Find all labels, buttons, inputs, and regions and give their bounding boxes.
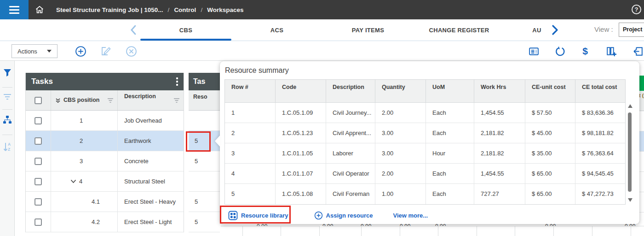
undo-arrow-icon: [554, 46, 566, 57]
col-code[interactable]: Code: [276, 80, 326, 102]
resource-row-3: 31.C.01.1.05 Laborer3.00 Hour2,181.82 $ …: [225, 143, 625, 164]
scroll-up-icon[interactable]: [628, 104, 632, 108]
active-tab-underline: [140, 39, 231, 41]
cbs-position-cell: 2: [51, 131, 118, 151]
collapse-all-icon[interactable]: [55, 97, 61, 104]
undo-button[interactable]: [554, 45, 566, 57]
tabs-scroll-right-icon[interactable]: [550, 24, 559, 35]
top-navbar: Steel Structure Training Job | 1050... /…: [0, 0, 644, 19]
task-row-4-1[interactable]: 4.1 Erect Steel - Heavy: [26, 192, 184, 212]
row-checkbox[interactable]: [34, 137, 42, 145]
tab-au[interactable]: AU: [505, 19, 569, 41]
col-work-hrs[interactable]: Work Hrs: [474, 80, 525, 102]
col-row-num[interactable]: Row #: [225, 80, 276, 102]
select-all-checkbox[interactable]: [34, 97, 42, 104]
breadcrumb-control[interactable]: Control: [174, 6, 196, 13]
column-filter-icon[interactable]: [173, 98, 180, 103]
scrollbar-thumb[interactable]: [628, 112, 632, 192]
cbs-position-cell: 1: [51, 111, 118, 130]
tab-cbs[interactable]: CBS: [140, 19, 231, 41]
app-window: Steel Structure Training Job | 1050... /…: [0, 0, 644, 236]
delete-row-button[interactable]: [125, 45, 137, 57]
tasks-panel-header: Tasks: [26, 73, 184, 90]
hamburger-menu-button[interactable]: [0, 0, 29, 19]
tasks-detail-header: Tas: [189, 73, 220, 90]
description-cell: Erect Steel - Heavy: [118, 192, 184, 212]
task-row-4-2[interactable]: 4.2 Erect Steel - Light: [26, 212, 184, 232]
cbs-position-cell: 4.2: [51, 212, 118, 232]
filter-lines-icon[interactable]: [3, 92, 12, 101]
row-checkbox[interactable]: [34, 218, 42, 226]
column-header-resources[interactable]: Reso: [189, 90, 220, 111]
tabs-scroll-left-icon[interactable]: [129, 24, 139, 36]
scroll-down-icon[interactable]: [628, 198, 632, 202]
add-row-button[interactable]: [75, 45, 86, 57]
resource-count-cell[interactable]: 5: [189, 192, 220, 212]
sort-az-icon[interactable]: AZ: [3, 142, 12, 151]
row-checkbox[interactable]: [34, 178, 42, 185]
help-icon[interactable]: ?: [632, 5, 641, 14]
resource-table-header: Row # Code Description Quantity UoM Work…: [225, 80, 625, 103]
row-checkbox[interactable]: [34, 198, 42, 206]
home-button[interactable]: [29, 0, 51, 19]
resource-count-cell[interactable]: 5: [189, 212, 220, 232]
cbs-position-cell: 3: [51, 151, 118, 171]
col-description[interactable]: Description: [326, 80, 375, 102]
filter-funnel-icon[interactable]: [3, 68, 12, 77]
export-page-icon: [632, 46, 644, 57]
column-add-icon: [605, 46, 617, 57]
tab-pay-items[interactable]: PAY ITEMS: [322, 19, 414, 41]
col-uom[interactable]: UoM: [426, 80, 474, 102]
view-select-dropdown[interactable]: Project c: [619, 23, 644, 37]
column-header-cbs-position[interactable]: CBS position: [51, 90, 118, 110]
rail-divider: [2, 109, 12, 110]
rail-divider: [2, 87, 12, 88]
popup-scrollbar[interactable]: [627, 103, 633, 203]
task-row-1[interactable]: 1 Job Overhead: [26, 111, 184, 131]
rail-divider: [2, 135, 12, 135]
add-column-button[interactable]: [605, 45, 617, 57]
row-checkbox[interactable]: [34, 158, 42, 165]
tab-change-register[interactable]: CHANGE REGISTER: [414, 19, 505, 41]
breadcrumb: Steel Structure Training Job | 1050... /…: [56, 6, 243, 13]
row-checkbox[interactable]: [34, 117, 42, 124]
task-row-4[interactable]: 4 Structural Steel: [26, 171, 184, 192]
caret-down-icon: [47, 50, 52, 53]
description-cell: Earthwork: [118, 131, 184, 151]
dollar-icon: $: [582, 46, 588, 57]
task-row-3[interactable]: 3 Concrete: [26, 151, 184, 171]
column-filter-icon[interactable]: [107, 98, 114, 103]
edit-pencil-icon: [100, 46, 111, 57]
cost-items-button[interactable]: $: [579, 45, 591, 57]
view-more-link[interactable]: View more...: [393, 212, 428, 219]
cbs-position-cell: 4.1: [51, 192, 118, 212]
resource-count-cell[interactable]: [189, 171, 220, 192]
tab-acs[interactable]: ACS: [231, 19, 322, 41]
col-quantity[interactable]: Quantity: [375, 80, 426, 102]
resource-count-cell[interactable]: 5: [189, 151, 220, 171]
breadcrumb-workspaces[interactable]: Workspaces: [207, 6, 243, 13]
edit-row-button[interactable]: [100, 45, 112, 57]
resource-row-4: 41.C.01.1.07 Civil Operator2.00 Each1,45…: [225, 164, 625, 184]
breadcrumb-job[interactable]: Steel Structure Training Job | 1050...: [56, 6, 163, 13]
resource-count-cell[interactable]: [189, 111, 220, 131]
resource-library-link[interactable]: Resource library: [228, 211, 288, 220]
resource-row-5: 51.C.05.1.08 Civil Foreman1.00 Each727.2…: [225, 184, 625, 204]
resource-row-1: 11.C.05.1.09 Civil Journey...2.00 Each1,…: [225, 103, 625, 123]
col-ce-total-cost[interactable]: CE total cost: [575, 80, 625, 102]
hierarchy-icon[interactable]: [3, 115, 12, 124]
popup-footer: Resource library Assign resource View mo…: [225, 207, 428, 223]
actions-dropdown-button[interactable]: Actions: [12, 44, 58, 58]
assign-resource-link[interactable]: Assign resource: [314, 211, 373, 220]
tasks-detail-panel: Tas Reso 5 5 5 5: [189, 73, 220, 232]
workspace-tabbar: CBS ACS PAY ITEMS CHANGE REGISTER AU Vie…: [0, 19, 644, 41]
kebab-menu-icon[interactable]: [176, 77, 178, 86]
task-row-2-selected[interactable]: 2 Earthwork: [26, 131, 184, 151]
col-ce-unit-cost[interactable]: CE-unit cost: [525, 80, 575, 102]
column-sets-button[interactable]: [528, 45, 540, 57]
expand-chevron-icon[interactable]: [70, 179, 76, 183]
plus-circle-icon: [75, 46, 86, 57]
export-button[interactable]: [632, 45, 644, 57]
column-header-description[interactable]: Description: [118, 90, 184, 110]
tasks-column-header: CBS position Description: [26, 90, 184, 111]
